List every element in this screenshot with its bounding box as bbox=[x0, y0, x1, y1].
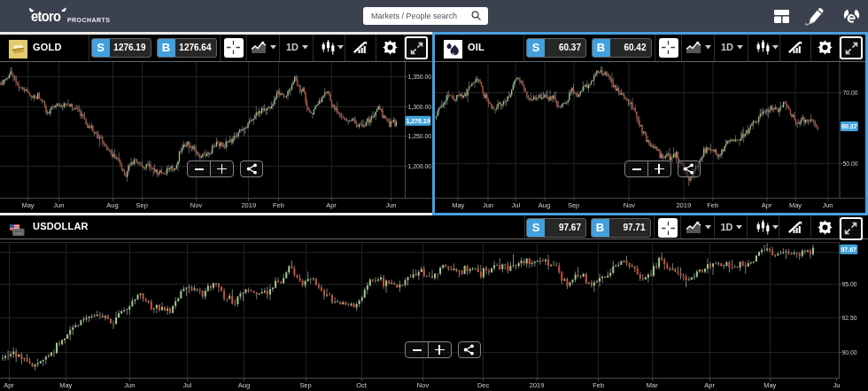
svg-text:1,276.19: 1,276.19 bbox=[406, 118, 430, 125]
svg-text:Jun: Jun bbox=[822, 201, 833, 209]
svg-text:Apr: Apr bbox=[326, 201, 337, 209]
svg-text:Mar: Mar bbox=[647, 381, 658, 389]
svg-text:Apr: Apr bbox=[4, 381, 14, 389]
svg-text:May: May bbox=[763, 381, 776, 389]
svg-text:2019: 2019 bbox=[530, 381, 545, 389]
svg-text:Aug: Aug bbox=[539, 201, 550, 209]
svg-text:Sep: Sep bbox=[299, 381, 311, 389]
svg-text:50.00: 50.00 bbox=[843, 160, 858, 167]
svg-text:Feb: Feb bbox=[707, 201, 718, 209]
svg-text:1,200.00: 1,200.00 bbox=[408, 163, 432, 169]
svg-text:92.50: 92.50 bbox=[842, 315, 857, 321]
svg-text:95.00: 95.00 bbox=[842, 281, 857, 287]
svg-text:2019: 2019 bbox=[676, 201, 691, 209]
svg-text:Apr: Apr bbox=[762, 201, 772, 209]
svg-text:90.00: 90.00 bbox=[842, 349, 857, 356]
svg-text:Aug: Aug bbox=[238, 381, 250, 389]
svg-text:Sep: Sep bbox=[136, 201, 148, 209]
svg-text:60.37: 60.37 bbox=[841, 123, 857, 129]
svg-text:etoro: etoro bbox=[31, 8, 61, 24]
svg-text:70.00: 70.00 bbox=[843, 90, 858, 96]
svg-text:Jun: Jun bbox=[483, 201, 493, 209]
svg-text:May: May bbox=[59, 381, 72, 389]
svg-text:Jun: Jun bbox=[53, 201, 64, 209]
svg-text:Oct: Oct bbox=[356, 381, 368, 389]
svg-text:May: May bbox=[21, 201, 34, 209]
svg-text:Jun: Jun bbox=[124, 381, 135, 389]
svg-text:May: May bbox=[789, 201, 802, 209]
svg-text:Nov: Nov bbox=[417, 381, 430, 389]
svg-text:Feb: Feb bbox=[273, 201, 284, 209]
svg-text:Aug: Aug bbox=[106, 201, 118, 209]
svg-text:Jul: Jul bbox=[512, 201, 521, 209]
svg-text:2019: 2019 bbox=[241, 201, 256, 209]
svg-text:1,350.00: 1,350.00 bbox=[408, 74, 432, 80]
svg-text:May: May bbox=[452, 201, 464, 209]
svg-text:Apr: Apr bbox=[704, 381, 715, 389]
svg-text:1,250.00: 1,250.00 bbox=[408, 133, 432, 139]
svg-text:Nov: Nov bbox=[190, 201, 203, 209]
svg-text:Ju: Ju bbox=[833, 381, 841, 389]
svg-text:Jul: Jul bbox=[183, 381, 192, 389]
svg-text:Nov: Nov bbox=[624, 201, 636, 209]
svg-text:Sep: Sep bbox=[568, 201, 579, 209]
svg-text:Jun: Jun bbox=[385, 201, 396, 209]
svg-text:Dec: Dec bbox=[477, 381, 490, 389]
svg-text:USD: USD bbox=[14, 230, 22, 234]
svg-text:97.67: 97.67 bbox=[841, 246, 856, 253]
svg-text:1,300.00: 1,300.00 bbox=[408, 104, 432, 110]
svg-text:Feb: Feb bbox=[593, 381, 604, 389]
